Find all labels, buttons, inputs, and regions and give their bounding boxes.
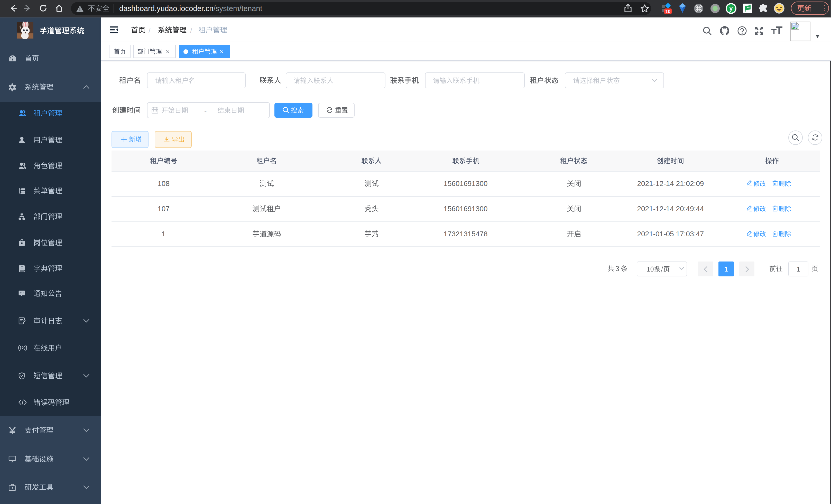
svg-text:10: 10 [665,9,671,14]
svg-text:y: y [729,5,733,11]
